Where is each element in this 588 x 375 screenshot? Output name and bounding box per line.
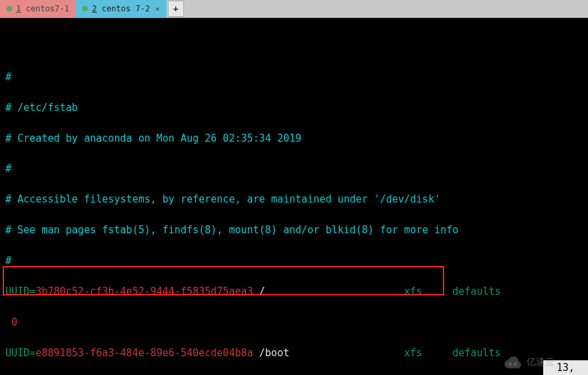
tab-centos7-2[interactable]: 2 centos 7-2 ×: [76, 0, 166, 17]
add-tab-button[interactable]: +: [168, 1, 184, 17]
fstab-entry-boot: UUID=e8891853-f6a3-484e-89e6-540ecde04b8…: [5, 346, 583, 361]
comment-line: # See man pages fstab(5), findfs(8), mou…: [5, 223, 583, 238]
tab-centos7-1[interactable]: 1 centos7-1: [0, 0, 76, 17]
comment-line: # Created by anaconda on Mon Aug 26 02:3…: [5, 131, 583, 146]
close-icon[interactable]: ×: [155, 5, 160, 13]
tab-num: 1 centos7-1: [16, 4, 69, 13]
fstab-entry-root: UUID=3b780c52-cf3b-4e52-9444-f5835d75aea…: [5, 284, 583, 299]
terminal-output[interactable]: # # /etc/fstab # Created by anaconda on …: [0, 18, 588, 375]
comment-line: #: [5, 161, 583, 176]
tab-bar: 1 centos7-1 2 centos 7-2 × +: [0, 0, 588, 18]
comment-line: #: [5, 70, 583, 85]
watermark: 亿速云: [501, 355, 555, 370]
comment-line: # Accessible filesystems, by reference, …: [5, 192, 583, 207]
status-dot-icon: [82, 6, 88, 11]
status-dot-icon: [7, 6, 12, 11]
cloud-icon: [501, 355, 524, 370]
comment-line: #: [5, 253, 583, 269]
tab-num: 2 centos 7-2: [92, 4, 150, 13]
svg-point-0: [508, 362, 512, 366]
svg-point-1: [513, 362, 517, 366]
comment-line: # /etc/fstab: [5, 100, 583, 116]
fstab-entry-tail: 0: [5, 315, 583, 330]
